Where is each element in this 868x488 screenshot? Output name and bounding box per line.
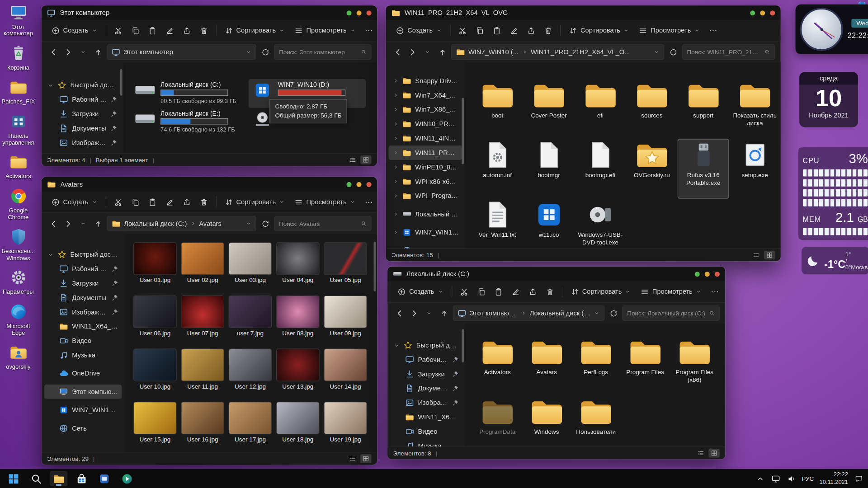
desktop-icon[interactable]: Этот компьютер bbox=[1, 3, 35, 37]
folder-item[interactable]: PerfLogs bbox=[571, 336, 621, 395]
sidebar-item[interactable]: Видео bbox=[44, 333, 122, 348]
sidebar-item[interactable]: Загрузки bbox=[390, 367, 462, 381]
tree-item[interactable]: Win7_X86_NL3_OV... bbox=[389, 103, 462, 117]
view-button[interactable]: Просмотреть bbox=[290, 195, 360, 209]
paste-button[interactable] bbox=[144, 23, 160, 38]
image-item[interactable]: User 01.jpg bbox=[131, 243, 179, 296]
chevron-down-icon[interactable] bbox=[47, 252, 53, 258]
chevron-right-icon[interactable] bbox=[393, 150, 398, 155]
chevron-right-icon[interactable] bbox=[393, 164, 398, 170]
tree-item[interactable]: WinPE10_8_Sergei_... bbox=[389, 160, 462, 174]
sidebar-item[interactable]: Рабочий стол bbox=[44, 262, 122, 276]
keyboard-language-button[interactable]: РУС bbox=[802, 475, 814, 482]
sidebar-item[interactable]: Изображения bbox=[44, 136, 121, 150]
file-list[interactable]: Activators Avatars PerfLogs Program File… bbox=[465, 324, 726, 446]
image-item[interactable]: User 07.jpg bbox=[179, 296, 226, 349]
maximize-button[interactable] bbox=[760, 10, 765, 15]
up-button[interactable] bbox=[436, 45, 448, 58]
sidebar-item[interactable]: Загрузки bbox=[44, 107, 121, 121]
paste-button[interactable] bbox=[144, 195, 160, 209]
desktop[interactable]: Этот компьютер Корзина Patches_FIX Панел… bbox=[0, 0, 868, 488]
new-button[interactable]: Создать bbox=[47, 23, 102, 38]
breadcrumb-parent[interactable]: Этот компьютер bbox=[469, 309, 517, 317]
start-button[interactable] bbox=[5, 471, 22, 486]
desktop-icon[interactable]: Patches_FIX bbox=[1, 78, 35, 105]
more-button[interactable]: ⋯ bbox=[361, 195, 377, 209]
image-item[interactable]: User 04.jpg bbox=[274, 243, 321, 296]
image-item[interactable]: User 03.jpg bbox=[226, 243, 274, 296]
copy-button[interactable] bbox=[473, 285, 489, 299]
cut-button[interactable] bbox=[456, 285, 472, 299]
view-button[interactable]: Просмотреть bbox=[290, 23, 360, 38]
image-item[interactable]: User 18.jpg bbox=[274, 402, 321, 452]
desktop-icon[interactable]: Google Chrome bbox=[1, 187, 35, 220]
close-button[interactable] bbox=[367, 182, 372, 187]
up-button[interactable] bbox=[438, 306, 450, 319]
up-button[interactable] bbox=[92, 217, 104, 230]
folder-item[interactable]: Program Files (x86) bbox=[670, 336, 719, 395]
tree-item[interactable]: WIN10_PRO_21H2_... bbox=[389, 117, 462, 131]
minimize-button[interactable] bbox=[347, 182, 352, 187]
large-icons-view-button[interactable] bbox=[360, 454, 371, 463]
desktop-icon[interactable]: Панель управления bbox=[1, 112, 35, 145]
chevron-right-icon[interactable] bbox=[393, 121, 398, 127]
breadcrumb-current[interactable]: Avatars bbox=[199, 220, 222, 227]
back-button[interactable] bbox=[393, 306, 405, 319]
address-bar[interactable]: WIN7_WIN10 (... WIN11_PRO_21H2_X64_VL_O.… bbox=[451, 44, 664, 60]
close-button[interactable] bbox=[367, 10, 372, 15]
breadcrumb-parent[interactable]: WIN7_WIN10 (... bbox=[468, 48, 519, 56]
network-icon[interactable] bbox=[771, 474, 781, 483]
sidebar-item[interactable]: WIN11_X64_PRO_OVG_ bbox=[44, 319, 122, 334]
sidebar-item[interactable]: Рабочий стол bbox=[390, 352, 462, 367]
breadcrumb-parent[interactable]: Локальный диск (C:) bbox=[124, 220, 187, 227]
address-bar[interactable]: Этот компьютер bbox=[107, 44, 256, 60]
desktop-icon[interactable]: ovgorskiy bbox=[1, 343, 35, 370]
recent-locations-button[interactable] bbox=[77, 217, 89, 230]
title-bar[interactable]: Этот компьютер bbox=[42, 5, 377, 20]
sidebar-item[interactable]: WIN11_X64_PRO_OV... bbox=[390, 410, 462, 424]
file-item[interactable]: boot bbox=[472, 79, 523, 139]
chevron-right-icon[interactable] bbox=[393, 248, 398, 249]
folder-item[interactable]: Program Files bbox=[621, 336, 670, 395]
pinned-app-button-1[interactable] bbox=[95, 471, 113, 486]
sidebar-item[interactable]: Документы bbox=[390, 381, 462, 396]
back-button[interactable] bbox=[47, 217, 59, 230]
sidebar-item[interactable]: Этот компьютер bbox=[44, 385, 122, 399]
delete-button[interactable] bbox=[542, 285, 558, 299]
sort-button[interactable]: Сортировать bbox=[565, 23, 634, 38]
tree-item[interactable]: Сеть bbox=[389, 244, 462, 249]
folder-item[interactable]: Activators bbox=[473, 336, 522, 395]
maximize-button[interactable] bbox=[357, 182, 362, 187]
search-input[interactable]: Поиск: Avatars bbox=[274, 216, 372, 231]
paste-button[interactable] bbox=[489, 23, 505, 38]
sidebar-item[interactable]: WIN11_X64_PRO_OV... bbox=[44, 150, 121, 153]
file-item[interactable]: Показать стиль диска bbox=[729, 79, 781, 139]
new-button[interactable]: Создать bbox=[392, 23, 446, 38]
rename-button[interactable] bbox=[507, 285, 524, 299]
sort-button[interactable]: Сортировать bbox=[220, 195, 289, 209]
sidebar-item[interactable]: Документы bbox=[44, 291, 122, 305]
pinned-app-button-2[interactable] bbox=[118, 471, 136, 486]
address-dropdown-icon[interactable] bbox=[594, 310, 599, 316]
file-item[interactable]: bootmgr.efi bbox=[575, 139, 626, 198]
file-item[interactable]: autorun.inf bbox=[472, 139, 523, 198]
copy-button[interactable] bbox=[127, 23, 143, 38]
address-bar[interactable]: Этот компьютер Локальный диск (C:) bbox=[453, 305, 605, 321]
up-button[interactable] bbox=[92, 45, 104, 58]
rename-button[interactable] bbox=[161, 195, 178, 209]
address-dropdown-icon[interactable] bbox=[654, 49, 659, 55]
tree-item[interactable]: WPI x86-x64 by OV... bbox=[389, 174, 462, 189]
hidden-icons-button[interactable] bbox=[755, 474, 765, 483]
notification-icon[interactable] bbox=[854, 474, 863, 483]
sidebar-item[interactable]: Изображения bbox=[44, 305, 122, 319]
desktop-icon[interactable]: Microsoft Edge bbox=[1, 302, 35, 336]
sidebar-item[interactable]: Документы bbox=[44, 121, 121, 136]
sidebar-scrollbar[interactable] bbox=[462, 326, 464, 444]
refresh-button[interactable] bbox=[607, 306, 619, 319]
title-bar[interactable]: Avatars bbox=[42, 177, 377, 192]
address-dropdown-icon[interactable] bbox=[246, 221, 251, 226]
image-item[interactable]: User 14.jpg bbox=[321, 349, 369, 403]
chevron-right-icon[interactable] bbox=[393, 230, 398, 235]
image-item[interactable]: User 13.jpg bbox=[274, 349, 321, 403]
image-item[interactable]: User 08.jpg bbox=[274, 296, 321, 349]
